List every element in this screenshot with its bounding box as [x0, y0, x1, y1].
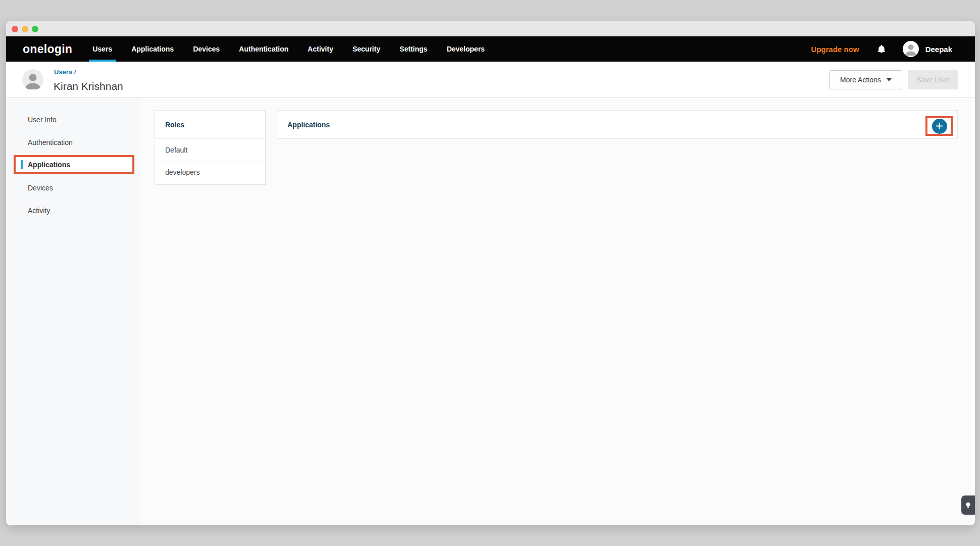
main-panel: Roles Default developers Applications [138, 98, 975, 525]
applications-panel: Applications [277, 110, 958, 139]
annotation-box-add-application [925, 116, 953, 136]
sidebar-item-activity[interactable]: Activity [6, 199, 138, 222]
sidebar: User Info Authentication Applications De… [6, 98, 138, 525]
notifications-bell-icon[interactable] [876, 44, 887, 54]
nav-menu: Users Applications Devices Authenticatio… [83, 36, 494, 62]
zoom-window-button[interactable] [32, 26, 38, 32]
sidebar-item-authentication[interactable]: Authentication [6, 131, 138, 154]
help-lightbulb-tab[interactable] [961, 495, 975, 515]
onelogin-logo[interactable]: onelogin [23, 42, 72, 56]
nav-item-settings[interactable]: Settings [390, 36, 437, 62]
app-window: onelogin Users Applications Devices Auth… [6, 21, 975, 525]
nav-item-users[interactable]: Users [83, 36, 122, 62]
roles-panel-title: Roles [155, 111, 265, 139]
chevron-down-icon [887, 78, 892, 81]
applications-panel-title: Applications [277, 111, 957, 139]
nav-item-security[interactable]: Security [343, 36, 390, 62]
content-area: User Info Authentication Applications De… [6, 98, 975, 525]
nav-item-activity[interactable]: Activity [298, 36, 343, 62]
sidebar-item-applications[interactable]: Applications [14, 155, 134, 174]
account-avatar[interactable] [903, 41, 919, 57]
more-actions-label: More Actions [840, 76, 881, 84]
sidebar-item-user-info[interactable]: User Info [6, 108, 138, 131]
top-nav: onelogin Users Applications Devices Auth… [6, 36, 975, 62]
page-title: Kiran Krishnan [54, 80, 123, 92]
more-actions-button[interactable]: More Actions [829, 70, 902, 89]
nav-item-devices[interactable]: Devices [183, 36, 229, 62]
role-row-default[interactable]: Default [155, 139, 265, 161]
plus-icon [936, 122, 943, 130]
account-name[interactable]: Deepak [925, 45, 952, 54]
sidebar-item-devices[interactable]: Devices [6, 176, 138, 199]
lightbulb-icon [964, 502, 972, 509]
add-application-button[interactable] [932, 119, 947, 134]
page-header: Users / Kiran Krishnan More Actions Save… [6, 62, 975, 98]
window-titlebar [6, 21, 975, 36]
upgrade-now-link[interactable]: Upgrade now [811, 45, 859, 54]
breadcrumb[interactable]: Users / [54, 68, 76, 76]
save-user-button[interactable]: Save User [908, 70, 958, 89]
close-window-button[interactable] [12, 26, 18, 32]
user-avatar [22, 69, 43, 90]
nav-item-authentication[interactable]: Authentication [229, 36, 298, 62]
roles-panel: Roles Default developers [155, 110, 266, 185]
role-row-developers[interactable]: developers [155, 161, 265, 183]
minimize-window-button[interactable] [22, 26, 28, 32]
nav-item-applications[interactable]: Applications [122, 36, 183, 62]
nav-item-developers[interactable]: Developers [437, 36, 494, 62]
nav-right-cluster: Upgrade now Deepak [811, 41, 952, 57]
